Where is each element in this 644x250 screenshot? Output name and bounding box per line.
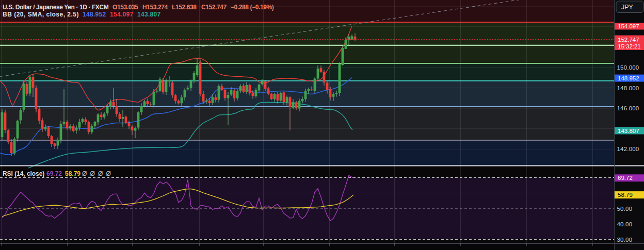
svg-text:142.000: 142.000 [617,146,639,152]
svg-text:RSI (14, close): RSI (14, close) [3,170,44,177]
svg-text:30.00: 30.00 [617,237,633,243]
svg-text:146.000: 146.000 [617,105,639,111]
svg-text:154.097: 154.097 [618,23,639,29]
svg-text:O153.035H153.274L152.638C152.7: O153.035H153.274L152.638C152.747−0.288 (… [112,4,274,11]
svg-text:148.952154.097143.807: 148.952154.097143.807 [83,11,161,18]
svg-text:BB (20, SMA, close, 2.5): BB (20, SMA, close, 2.5) [3,11,79,18]
svg-text:40.00: 40.00 [617,221,633,227]
svg-text:JPY: JPY [621,4,634,11]
svg-text:15:32:21: 15:32:21 [618,43,641,49]
svg-text:50.00: 50.00 [617,206,633,212]
svg-text:148.952: 148.952 [618,75,639,81]
svg-text:U.S. Dollar / Japanese Yen · 1: U.S. Dollar / Japanese Yen · 1D · FXCM [3,4,109,11]
svg-text:58.79: 58.79 [618,192,633,198]
svg-text:150.000: 150.000 [617,64,639,71]
svg-text:143.807: 143.807 [618,128,639,134]
svg-text:152.747: 152.747 [618,37,639,43]
svg-text:69.72: 69.72 [618,175,633,181]
svg-text:148.000: 148.000 [617,85,639,91]
